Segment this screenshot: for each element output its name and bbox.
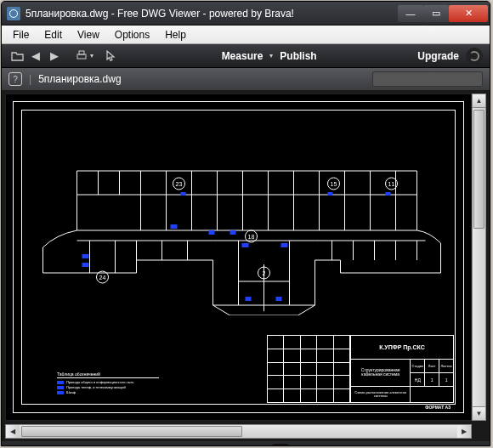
label-11: 11 (388, 181, 395, 187)
publish-button[interactable]: Publish (276, 50, 320, 62)
svg-rect-52 (209, 230, 215, 235)
app-icon (7, 7, 20, 20)
svg-rect-44 (386, 192, 391, 196)
label-23: 23 (176, 181, 183, 187)
menu-file[interactable]: File (5, 27, 37, 43)
svg-rect-45 (242, 243, 249, 247)
svg-rect-50 (276, 297, 282, 301)
label-2: 2 (263, 270, 266, 276)
svg-rect-48 (82, 263, 89, 267)
legend: Таблица обозначений Провода общего и инф… (57, 371, 159, 394)
prev-button[interactable]: ◀ (27, 48, 44, 65)
eye-icon[interactable] (31, 444, 48, 447)
measure-button[interactable]: Measure (218, 50, 267, 62)
print-button[interactable] (73, 48, 90, 65)
svg-rect-42 (181, 192, 186, 196)
format-label: ФОРМАТ A3 (425, 405, 450, 410)
viewport: 23 15 11 18 24 2 (2, 90, 490, 424)
scroll-down-button[interactable]: ▼ (473, 406, 485, 420)
svg-rect-51 (230, 230, 236, 235)
zoomin-icon[interactable]: + (250, 444, 267, 447)
hscroll-thumb[interactable] (21, 426, 242, 437)
minimize-button[interactable]: — (398, 5, 423, 22)
titlebar: 5планировка.dwg - Free DWG Viewer - powe… (2, 2, 490, 26)
rotate-icon[interactable]: ↻ (71, 444, 88, 447)
titleblock: К.УПФР Пр.СКС Структурированная кабельна… (267, 335, 454, 403)
menu-help[interactable]: Help (157, 27, 194, 43)
filebar-sep: | (29, 73, 31, 85)
menu-edit[interactable]: Edit (37, 27, 70, 43)
legend-title: Таблица обозначений (57, 371, 159, 378)
label-18: 18 (248, 234, 255, 240)
zoom-thumb[interactable] (201, 446, 212, 447)
svg-rect-41 (171, 224, 178, 229)
vertical-scrollbar[interactable]: ▲ ▼ (472, 94, 486, 421)
svg-rect-47 (82, 254, 89, 258)
zoomregion-icon[interactable] (316, 444, 333, 447)
svg-rect-46 (281, 243, 288, 247)
menu-options[interactable]: Options (107, 27, 157, 43)
help-icon[interactable]: ? (8, 72, 22, 86)
brand-icon (466, 48, 483, 65)
drawing-canvas[interactable]: 23 15 11 18 24 2 (5, 94, 472, 421)
upgrade-button[interactable]: Upgrade (417, 50, 459, 62)
svg-rect-43 (328, 192, 333, 196)
open-button[interactable] (8, 48, 26, 65)
close-button[interactable]: ✕ (449, 5, 488, 22)
fitwidth-icon[interactable] (116, 444, 133, 447)
svg-rect-0 (77, 54, 86, 59)
filebar: ? | 5планировка.dwg (2, 68, 490, 90)
tb-project: К.УПФР Пр.СКС (351, 336, 453, 360)
label-15: 15 (331, 181, 337, 187)
menu-view[interactable]: View (70, 27, 107, 43)
magnify-icon[interactable] (294, 444, 311, 447)
vscroll-thumb[interactable] (473, 110, 484, 229)
horizontal-scrollbar[interactable]: ◀ ▶ (5, 424, 472, 439)
window-title: 5планировка.dwg - Free DWG Viewer - powe… (26, 8, 398, 20)
zoomout-icon[interactable]: − (138, 444, 155, 447)
scroll-left-button[interactable]: ◀ (6, 425, 20, 438)
pan-icon[interactable] (272, 444, 289, 447)
scroll-right-button[interactable]: ▶ (457, 425, 471, 438)
filename-label: 5планировка.dwg (38, 73, 121, 85)
scroll-up-button[interactable]: ▲ (473, 94, 485, 108)
globe-icon[interactable]: ◯ (8, 444, 26, 447)
pointer-button[interactable] (102, 48, 119, 65)
label-24: 24 (99, 275, 106, 281)
bottombar: ◯ ↻ − + ◀ Model ▾ ▶ (2, 441, 490, 446)
floorplan: 23 15 11 18 24 2 (30, 145, 447, 315)
toolbar: ◀ ▶ ▾ Measure ▾ Publish Upgrade (2, 44, 490, 68)
maximize-button[interactable]: ▭ (423, 5, 449, 22)
svg-rect-49 (246, 297, 252, 301)
page-icon[interactable] (94, 444, 110, 447)
menubar: File Edit View Options Help (2, 26, 490, 44)
next-button[interactable]: ▶ (46, 48, 63, 65)
search-input[interactable] (372, 71, 483, 87)
svg-rect-1 (79, 51, 84, 54)
